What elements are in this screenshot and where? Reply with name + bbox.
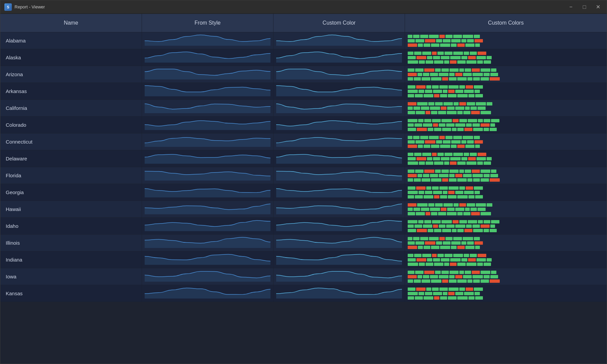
bar-red [478, 153, 486, 156]
cell-custom-colors [405, 251, 607, 268]
bar-green [443, 191, 447, 194]
bar-chart [408, 202, 604, 217]
bar-red [416, 157, 426, 160]
cell-state-name: Arkansas [0, 83, 142, 99]
bar-red [457, 145, 465, 148]
maximize-button[interactable]: □ [580, 2, 589, 12]
table-row: Arizona [0, 66, 607, 83]
bar-green [463, 111, 470, 114]
bar-green [470, 107, 477, 110]
bar-green [433, 56, 440, 59]
bar-green [457, 77, 467, 81]
cell-custom-colors [405, 49, 607, 66]
bar-green [490, 229, 497, 232]
bar-green [442, 128, 451, 131]
bar-green [484, 128, 489, 131]
bar-green [415, 170, 424, 173]
bar-green [447, 111, 457, 114]
bar-green [468, 94, 474, 97]
table-row: Florida [0, 167, 607, 184]
cell-custom-colors [405, 117, 607, 133]
bar-green [424, 43, 430, 47]
bar-green [433, 191, 442, 194]
bar-green [484, 73, 490, 76]
bar-green [415, 195, 423, 199]
bar-chart [408, 84, 604, 99]
bar-green [443, 241, 451, 245]
bar-green [476, 56, 486, 59]
cell-state-name: Alabama [0, 32, 142, 49]
bar-green [473, 178, 480, 182]
bar-green [414, 123, 422, 127]
bar-green [435, 102, 443, 105]
bar-red [468, 157, 476, 160]
bar-red [490, 178, 500, 182]
bar-green [463, 73, 472, 76]
bar-green [450, 170, 459, 173]
bar-green [437, 153, 444, 156]
cell-custom-color [273, 285, 405, 302]
bar-green [472, 224, 480, 228]
bar-green [474, 90, 480, 93]
bar-green [468, 119, 477, 122]
bar-green [408, 161, 418, 165]
bar-green [444, 60, 449, 64]
window-controls: − □ ✕ [566, 2, 603, 12]
window-title: Report - Viewer [15, 4, 566, 9]
bar-green [459, 271, 464, 274]
cell-state-name: Iowa [0, 268, 142, 285]
bar-green [408, 258, 416, 262]
bar-green [481, 271, 490, 274]
minimize-button[interactable]: − [566, 2, 576, 12]
bar-green [487, 258, 492, 262]
table-body[interactable]: AlabamaAlaskaArizonaArkansasCaliforniaCo… [0, 32, 607, 364]
bar-red [448, 90, 455, 93]
cell-from-style [142, 167, 273, 184]
bar-green [417, 203, 428, 207]
bar-green [459, 119, 467, 122]
cell-custom-colors [405, 32, 607, 49]
bar-green [466, 224, 472, 228]
bar-red [424, 68, 434, 72]
bar-green [408, 170, 414, 173]
bar-green [424, 94, 433, 97]
bar-green [461, 56, 467, 59]
bar-green [415, 94, 423, 97]
bar-red [466, 186, 473, 190]
bar-green [413, 107, 420, 110]
bar-green [434, 128, 441, 131]
bar-green [475, 145, 480, 148]
cell-from-style [142, 218, 273, 234]
bar-green [466, 123, 472, 127]
bar-chart [408, 168, 604, 183]
bar-red [441, 107, 446, 110]
bar-green [481, 68, 490, 72]
bar-green [408, 85, 415, 89]
bar-red [416, 258, 426, 262]
bar-green [418, 90, 424, 93]
bar-green [477, 161, 483, 165]
bar-green [408, 191, 418, 194]
bar-green [474, 191, 480, 194]
bar-green [424, 296, 433, 300]
bar-green [414, 178, 421, 182]
cell-from-style [142, 235, 273, 251]
bar-green [451, 43, 457, 47]
bar-green [408, 157, 416, 160]
bar-green [438, 212, 446, 215]
bar-green [453, 35, 462, 38]
bar-green [467, 203, 475, 207]
bar-green [440, 296, 447, 300]
bar-green [408, 241, 415, 245]
bar-green [414, 224, 422, 228]
bar-green [408, 292, 418, 295]
bar-green [435, 68, 441, 72]
bar-red [471, 212, 480, 215]
bar-green [457, 161, 466, 165]
bar-green [457, 94, 468, 97]
close-button[interactable]: ✕ [593, 2, 603, 12]
bar-red [416, 186, 426, 190]
bar-green [421, 107, 429, 110]
col-header-custom-colors: Custom Colors [405, 14, 607, 32]
bar-green [408, 39, 415, 42]
